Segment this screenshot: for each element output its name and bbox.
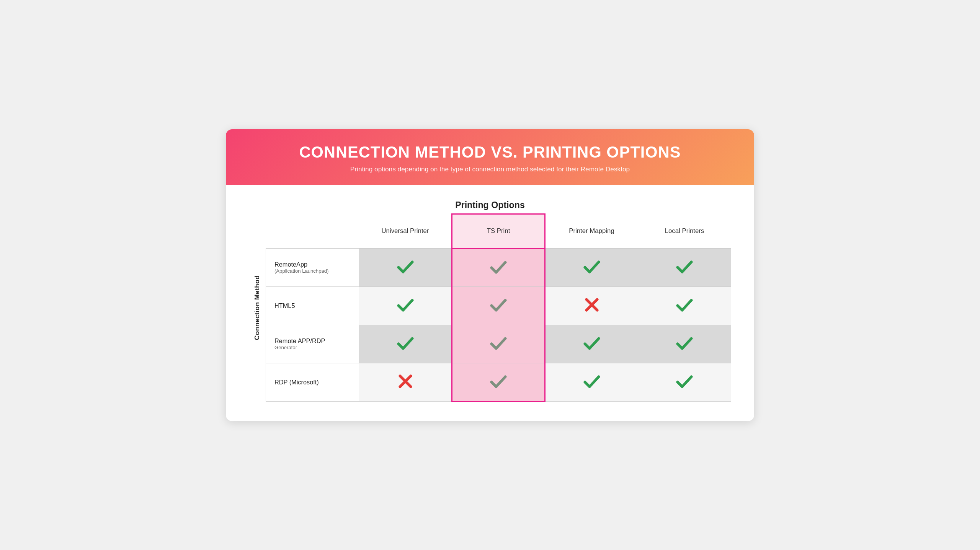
comparison-table: Universal Printer TS Print Printer Mappi… (266, 213, 731, 402)
row-label-sub: (Application Launchpad) (274, 268, 352, 274)
row-label-rdp_generator: Remote APP/RDPGenerator (266, 325, 359, 363)
table-row: HTML5 (266, 286, 731, 325)
cell-rdp_microsoft-local (638, 363, 731, 401)
row-label-remoteapp: RemoteApp(Application Launchpad) (266, 248, 359, 286)
cell-html5-universal (359, 286, 452, 325)
cell-rdp_generator-local (638, 325, 731, 363)
cell-rdp_microsoft-universal (359, 363, 452, 401)
check-icon (395, 257, 415, 277)
x-icon (582, 295, 602, 315)
table-wrapper: Connection Method Universal Printer TS P… (249, 213, 731, 402)
row-label-main: RemoteApp (274, 261, 352, 268)
check-muted-icon (488, 333, 508, 353)
table-row: Remote APP/RDPGenerator (266, 325, 731, 363)
cell-rdp_microsoft-tsprint (452, 363, 545, 401)
x-icon (395, 371, 415, 391)
cell-remoteapp-local (638, 248, 731, 286)
check-icon (675, 333, 694, 353)
cell-rdp_generator-universal (359, 325, 452, 363)
check-icon (675, 295, 694, 315)
cell-rdp_microsoft-mapping (545, 363, 638, 401)
printing-options-heading: Printing Options (249, 200, 731, 210)
check-muted-icon (488, 371, 508, 391)
cell-remoteapp-tsprint (452, 248, 545, 286)
header-section: CONNECTION METHOD VS. PRINTING OPTIONS P… (226, 129, 754, 185)
cell-html5-local (638, 286, 731, 325)
corner-cell (266, 214, 359, 248)
check-muted-icon (488, 257, 508, 277)
check-muted-icon (488, 295, 508, 315)
main-card: CONNECTION METHOD VS. PRINTING OPTIONS P… (226, 129, 754, 421)
connection-method-label: Connection Method (253, 275, 261, 340)
check-icon (675, 257, 694, 277)
cell-html5-tsprint (452, 286, 545, 325)
table-row: RemoteApp(Application Launchpad) (266, 248, 731, 286)
row-label-main: RDP (Microsoft) (274, 379, 352, 386)
check-icon (582, 333, 602, 353)
check-icon (675, 371, 694, 391)
check-icon (395, 333, 415, 353)
col-header-local: Local Printers (638, 214, 731, 248)
cell-html5-mapping (545, 286, 638, 325)
page-subtitle: Printing options depending on the type o… (249, 165, 731, 173)
connection-method-label-container: Connection Method (249, 213, 266, 402)
cell-remoteapp-universal (359, 248, 452, 286)
check-icon (582, 371, 602, 391)
cell-rdp_generator-tsprint (452, 325, 545, 363)
row-label-rdp_microsoft: RDP (Microsoft) (266, 363, 359, 401)
col-header-mapping: Printer Mapping (545, 214, 638, 248)
check-icon (582, 257, 602, 277)
cell-remoteapp-mapping (545, 248, 638, 286)
row-label-main: HTML5 (274, 302, 352, 309)
table-header-row: Universal Printer TS Print Printer Mappi… (266, 214, 731, 248)
col-header-universal: Universal Printer (359, 214, 452, 248)
cell-rdp_generator-mapping (545, 325, 638, 363)
page-title: CONNECTION METHOD VS. PRINTING OPTIONS (249, 143, 731, 161)
content-section: Printing Options Connection Method Unive… (226, 185, 754, 421)
table-row: RDP (Microsoft) (266, 363, 731, 401)
col-header-tsprint: TS Print (452, 214, 545, 248)
row-label-sub: Generator (274, 345, 352, 350)
row-label-main: Remote APP/RDP (274, 337, 352, 345)
check-icon (395, 295, 415, 315)
row-label-html5: HTML5 (266, 286, 359, 325)
